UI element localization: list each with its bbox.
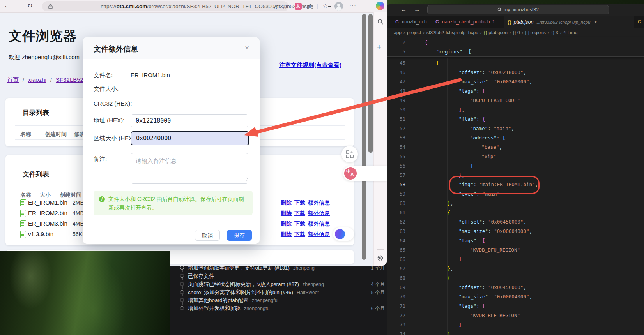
code-line[interactable]: 65"KVDB_DFU_REGION" [387, 245, 644, 255]
history-forward-icon[interactable]: → [414, 6, 420, 12]
translate-widget-button[interactable]: 中 A [344, 167, 357, 180]
code-line[interactable]: 66] [387, 255, 644, 264]
brain-extension-icon[interactable] [335, 229, 345, 239]
code-line[interactable]: 71"tags": [ [387, 302, 644, 311]
code-line[interactable]: 64"tags": [ [387, 236, 644, 245]
sidebar-add-icon[interactable]: + [377, 43, 381, 51]
breadcrumb-link[interactable]: 首页 [7, 76, 19, 83]
back-button[interactable]: ← [4, 2, 11, 10]
code-line[interactable]: 60}, [387, 199, 644, 208]
code-line[interactable]: 55"xip" [387, 152, 644, 161]
code-line[interactable]: 2{ [387, 38, 644, 47]
action-link-下载[interactable]: 下载 [294, 199, 305, 206]
sidebar-search-icon[interactable] [377, 19, 384, 25]
code-line[interactable]: 68{ [387, 273, 644, 283]
code-line[interactable]: 70"max_size": "0x00004000", [387, 292, 644, 302]
code-line[interactable]: 5"regions": [ [387, 47, 644, 56]
code-line[interactable]: 50], [387, 105, 644, 115]
action-link-下载[interactable]: 下载 [294, 231, 305, 237]
file-rules-link[interactable]: 注意文件规则(点击查看) [249, 62, 341, 69]
commit-row[interactable]: 已保存文件 [161, 272, 388, 280]
vscode-breadcrumb-item[interactable]: [ ]regions [525, 30, 546, 35]
code-line[interactable]: 62"offset": "0x00458000", [387, 217, 644, 227]
vscode-breadcrumb-item[interactable]: app [394, 30, 402, 35]
c-file-icon: C [395, 19, 399, 25]
breadcrumb-separator: › [480, 30, 482, 35]
tab-close-icon[interactable]: × [594, 19, 597, 25]
vscode-breadcrumb[interactable]: app›project›sf32lb52-lchspi-ulp_hcpu›{}p… [387, 28, 644, 37]
region-size-input[interactable]: 0x00240000 [131, 131, 249, 145]
copilot-icon[interactable] [376, 2, 384, 10]
extensions-puzzle-icon[interactable] [307, 3, 314, 10]
file-col-size[interactable]: 大小 [40, 192, 51, 199]
file-col-name[interactable]: 名称 [20, 192, 31, 199]
code-line[interactable]: 67}, [387, 264, 644, 273]
code-line[interactable]: 52"name": "main", [387, 124, 644, 133]
action-link-删除[interactable]: 删除 [281, 231, 292, 237]
code-line[interactable]: 47"max_size": "0x00240000", [387, 77, 644, 86]
vscode-breadcrumb-item[interactable]: sf32lb52-lchspi-ulp_hcpu [426, 30, 478, 35]
favorite-star-icon[interactable]: ☆ [282, 3, 287, 11]
commit-row[interactable]: 增加外置开发板和屏驱zhenpengfu6 个月 [161, 305, 388, 313]
vscode-breadcrumb-item[interactable]: {}3 [551, 30, 558, 35]
action-link-删除[interactable]: 删除 [281, 199, 292, 206]
tab-xiaozhi_client_public.h[interactable]: Cxiaozhi_client_public.h1 [432, 16, 504, 28]
breadcrumb-link[interactable]: xiaozhi [28, 76, 46, 83]
code-line[interactable]: 54"base", [387, 143, 644, 152]
action-link-下载[interactable]: 下载 [294, 220, 305, 227]
vscode-breadcrumb-item[interactable]: {}0 [513, 30, 520, 35]
action-link-额外信息[interactable]: 额外信息 [308, 199, 330, 206]
gear-icon[interactable] [377, 255, 384, 261]
profile-avatar[interactable] [334, 2, 343, 11]
page-scrollbar[interactable] [362, 14, 366, 260]
command-center-search[interactable]: my_xiaozhi-sf32 [427, 5, 609, 14]
code-line[interactable]: 69"offset": "0x0045C000", [387, 283, 644, 292]
tab-partial[interactable]: C [634, 16, 644, 28]
code-line[interactable]: 74}, [387, 330, 644, 335]
commit-row[interactable]: 增加其他board的ptab配置zhenpengfu [161, 296, 388, 305]
address-bar[interactable]: https://ota.sifli.com/browser/xiaozhi/SF… [42, 1, 288, 11]
code-line[interactable]: 56] [387, 161, 644, 171]
code-line[interactable]: 46"offset": "0x00218000", [387, 68, 644, 77]
action-link-额外信息[interactable]: 额外信息 [308, 231, 330, 237]
close-icon[interactable]: × [245, 44, 249, 52]
action-link-下载[interactable]: 下载 [294, 210, 305, 216]
commit-row[interactable]: chore: 添加分离字体和图片到不同的bin (#46)HalfSweet5 … [161, 289, 388, 297]
code-line[interactable]: 48"tags": [ [387, 86, 644, 96]
read-aloud-icon[interactable]: A) [274, 3, 278, 12]
code-line[interactable]: 45{ [387, 58, 644, 68]
code-line[interactable]: 72"KVDB_BLE_REGION" [387, 311, 644, 320]
code-line[interactable]: 53"address": [ [387, 133, 644, 143]
collect-widget-button[interactable] [341, 146, 358, 162]
action-link-删除[interactable]: 删除 [281, 210, 292, 216]
code-line[interactable]: 51"ftab": { [387, 115, 644, 124]
vscode-breadcrumb-item[interactable]: ᵃ⃞img [564, 30, 578, 35]
collections-icon[interactable]: ☆ [323, 2, 331, 9]
save-button[interactable]: 保存 [227, 230, 252, 241]
dir-col-name[interactable]: 名称 [20, 131, 31, 138]
commit-row[interactable]: 页面跳转已经状态图标更新，lv放入psram (#87)zhenpeng4 个月 [161, 280, 388, 289]
action-link-删除[interactable]: 删除 [281, 220, 292, 227]
code-line[interactable]: 49"HCPU_FLASH_CODE" [387, 96, 644, 105]
sticky-scroll[interactable]: 2{5"regions": [ [387, 37, 644, 57]
code-line[interactable]: 73] [387, 320, 644, 330]
history-back-icon[interactable]: ← [401, 6, 407, 12]
address-input[interactable]: 0x12218000 [131, 114, 248, 127]
action-link-额外信息[interactable]: 额外信息 [308, 220, 330, 227]
vscode-breadcrumb-item[interactable]: project [407, 30, 421, 35]
more-menu-icon[interactable]: ··· [349, 2, 356, 9]
line-number: 46 [387, 68, 405, 77]
code-line[interactable]: 63"max_size": "0x00004000", [387, 227, 644, 236]
modal-scrollbar[interactable] [368, 14, 373, 153]
refresh-button[interactable]: ↻ [27, 2, 32, 10]
action-link-额外信息[interactable]: 额外信息 [308, 210, 330, 216]
file-col-created[interactable]: 创建时间 [60, 192, 81, 199]
code-line[interactable]: 61{ [387, 208, 644, 217]
tab-xiaozhi_ui.h[interactable]: Cxiaozhi_ui.h [391, 16, 432, 28]
dir-col-created[interactable]: 创建时间 [45, 131, 67, 138]
remark-textarea[interactable]: 请输入备注信息 [131, 153, 248, 184]
cancel-button[interactable]: 取消 [195, 230, 220, 241]
tab-ptab.json[interactable]: {}ptab.json.../sf32lb52-lchspi-ulp_hcpu× [504, 16, 634, 29]
vscode-breadcrumb-item[interactable]: {}ptab.json [484, 30, 508, 35]
translate-extension-icon[interactable]: 文 [295, 3, 302, 10]
